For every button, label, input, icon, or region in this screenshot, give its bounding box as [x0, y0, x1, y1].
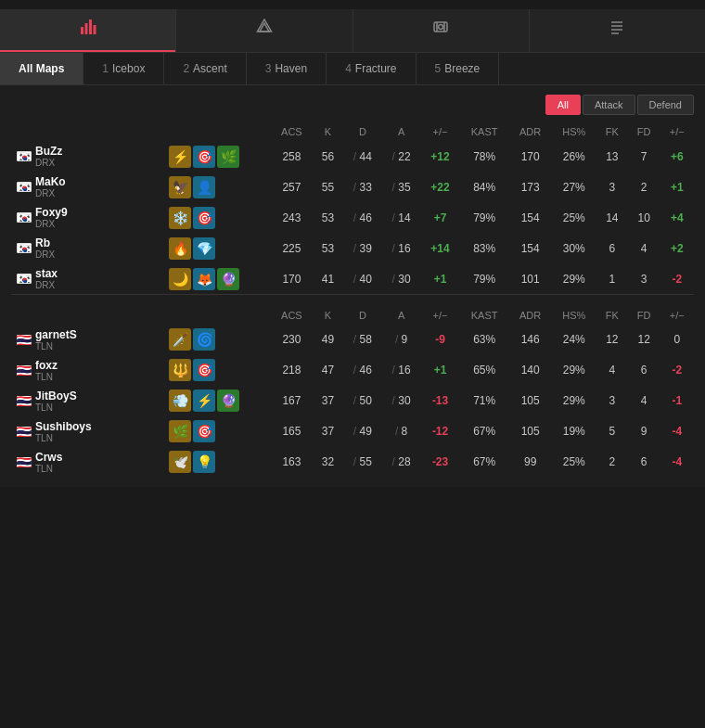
k-cell: 56: [313, 141, 343, 172]
flag-kr: [17, 151, 32, 161]
kast-cell: 84%: [460, 172, 509, 202]
filter-attack-btn[interactable]: Attack: [583, 95, 635, 115]
table-row: stax DRX 🌙🦊🔮 170 41 / 40 / 30 +1 79% 101…: [11, 263, 694, 295]
svg-rect-2: [89, 19, 92, 34]
svg-rect-0: [81, 27, 83, 34]
kast-cell: 79%: [460, 263, 509, 295]
player-name: MaKo: [35, 175, 66, 188]
map-filter-fracture[interactable]: 4Fracture: [327, 53, 416, 84]
agent-icons-cell: 💨⚡🔮: [160, 386, 271, 416]
fd-cell: 12: [628, 325, 660, 355]
agent-icons-cell: 🔥💎: [160, 233, 271, 263]
a-cell: / 16: [382, 233, 421, 263]
map-filter-breeze[interactable]: 5Breeze: [417, 53, 500, 84]
player-name: Foxy9: [35, 206, 68, 219]
stats-section: All Attack Defend ACS K D A +/− KAST ADR…: [0, 85, 705, 487]
k-cell: 37: [313, 416, 343, 447]
map-filter-all[interactable]: All Maps: [0, 53, 83, 84]
header-fkfd: +/−: [660, 122, 694, 141]
fd-cell: 3: [628, 263, 660, 295]
agent-icons-cell: 🦅👤: [160, 172, 271, 202]
fd-cell: 4: [628, 233, 660, 263]
stats-filter-row: All Attack Defend: [11, 95, 694, 115]
agent-icons-cell: ❄️🎯: [160, 202, 271, 233]
table-row: Rb DRX 🔥💎 225 53 / 39 / 16 +14 83% 154 3…: [11, 233, 694, 263]
fd-cell: 9: [628, 416, 660, 447]
filter-all-btn[interactable]: All: [545, 95, 581, 115]
adr-cell: 105: [509, 416, 552, 447]
fk-cell: 1: [596, 263, 628, 295]
agent-icon: 🌿: [169, 420, 191, 442]
agent-icon: 🎯: [193, 359, 215, 381]
header-acs: ACS: [271, 122, 313, 141]
player-name: garnetS: [35, 328, 77, 341]
acs-cell: 257: [271, 172, 313, 202]
agent-icon: 🦅: [169, 176, 191, 198]
player-cell: JitBoyS TLN: [11, 386, 160, 416]
kast-cell: 79%: [460, 202, 509, 233]
table-row: JitBoyS TLN 💨⚡🔮 167 37 / 50 / 30 -13 71%…: [11, 386, 694, 416]
fkfd-cell: +2: [660, 233, 694, 263]
player-name: stax: [35, 267, 58, 280]
a-cell: / 9: [382, 325, 421, 355]
fd-cell: 10: [628, 202, 660, 233]
agent-icon: 🕊️: [169, 451, 191, 473]
kast-cell: 67%: [460, 416, 509, 447]
a-cell: / 14: [382, 202, 421, 233]
fk-cell: 14: [596, 202, 628, 233]
fkfd-cell: -4: [660, 416, 694, 447]
acs-cell: 165: [271, 416, 313, 447]
player-name: JitBoyS: [35, 390, 77, 402]
adr-cell: 173: [509, 172, 552, 202]
flag-kr: [17, 212, 32, 223]
svg-rect-3: [93, 25, 96, 34]
agent-icon: 🔱: [169, 359, 191, 381]
team-name: DRX: [35, 280, 58, 290]
flag-th: [17, 335, 32, 345]
fkfd-cell: +6: [660, 141, 694, 172]
d-cell: / 50: [343, 386, 382, 416]
agent-icon: 👤: [193, 176, 215, 198]
d-cell: / 55: [343, 447, 382, 478]
adr-cell: 101: [509, 263, 552, 295]
table-row: Foxy9 DRX ❄️🎯 243 53 / 46 / 14 +7 79% 15…: [11, 202, 694, 233]
team-name: TLN: [35, 402, 77, 413]
flag-th: [17, 427, 32, 437]
pm-cell: +12: [420, 141, 459, 172]
table-row: foxz TLN 🔱🎯 218 47 / 46 / 16 +1 65% 140 …: [11, 355, 694, 386]
fk-cell: 5: [596, 416, 628, 447]
tab-overview[interactable]: [0, 9, 176, 52]
acs-cell: 243: [271, 202, 313, 233]
tab-economy[interactable]: [353, 9, 530, 52]
flag-th: [17, 457, 32, 467]
map-filter-icebox[interactable]: 1Icebox: [83, 53, 164, 84]
fd-cell: 6: [628, 447, 660, 478]
fk-cell: 13: [596, 141, 628, 172]
filter-defend-btn[interactable]: Defend: [637, 95, 694, 115]
header-a: A: [382, 122, 421, 141]
d-cell: / 49: [343, 416, 382, 447]
table-row: Crws TLN 🕊️💡 163 32 / 55 / 28 -23 67% 99…: [11, 447, 694, 478]
header-agents: [160, 122, 271, 141]
fk-cell: 3: [596, 386, 628, 416]
player-cell: Foxy9 DRX: [11, 202, 160, 233]
agent-icon: 🔮: [217, 390, 239, 412]
hs-cell: 25%: [552, 447, 596, 478]
fkfd-cell: +1: [660, 172, 694, 202]
adr-cell: 140: [509, 355, 552, 386]
map-filter-ascent[interactable]: 2Ascent: [164, 53, 246, 84]
map-filter-haven[interactable]: 3Haven: [247, 53, 327, 84]
agent-icon: ❄️: [169, 207, 191, 229]
kast-cell: 67%: [460, 447, 509, 478]
tab-logs[interactable]: [530, 9, 705, 52]
pm-cell: +1: [420, 355, 459, 386]
tab-performance[interactable]: [176, 9, 352, 52]
acs-cell: 170: [271, 263, 313, 295]
kast-cell: 83%: [460, 233, 509, 263]
team-name: TLN: [35, 433, 92, 443]
a-cell: / 28: [382, 447, 421, 478]
kast-cell: 78%: [460, 141, 509, 172]
d-cell: / 33: [343, 172, 382, 202]
player-cell: foxz TLN: [11, 355, 160, 386]
team-name: TLN: [35, 372, 58, 382]
